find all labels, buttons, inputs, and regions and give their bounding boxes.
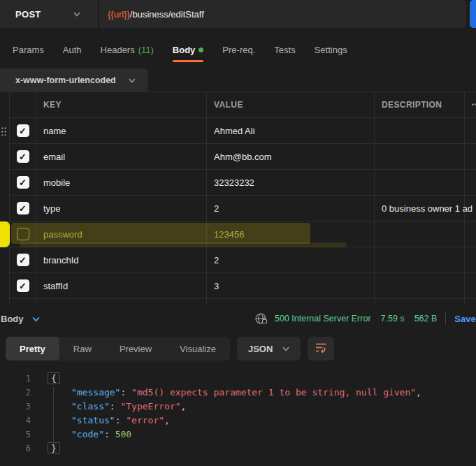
header-key: KEY — [36, 92, 207, 117]
code-line: 6} — [0, 442, 476, 456]
table-row[interactable]: email Ahm@bb.com — [10, 144, 476, 170]
row-value[interactable]: 2 — [207, 196, 375, 221]
response-status: 500 Internal Server Error — [275, 314, 371, 323]
row-key[interactable]: password — [36, 221, 207, 247]
body-encoding-dropdown[interactable]: x-www-form-urlencoded — [0, 68, 148, 92]
tab-headers[interactable]: Headers (11) — [101, 36, 154, 63]
row-description[interactable] — [375, 247, 465, 272]
row-value[interactable]: Ahm@bb.com — [207, 144, 375, 169]
chevron-down-icon — [32, 316, 39, 321]
drag-handle-icon[interactable] — [1, 126, 7, 136]
row-value[interactable]: 2 — [207, 247, 375, 272]
method-selector[interactable]: POST — [0, 0, 99, 28]
headers-count-badge: (11) — [138, 45, 154, 55]
row-description[interactable] — [375, 144, 465, 169]
tab-params[interactable]: Params — [13, 36, 44, 63]
row-key[interactable]: email — [36, 144, 207, 169]
row-key[interactable]: name — [36, 118, 207, 143]
fold-toggle[interactable]: } — [48, 442, 60, 454]
code-line: 2"message": "md5() expects parameter 1 t… — [0, 386, 476, 400]
row-key[interactable]: staffId — [36, 273, 207, 298]
tab-settings[interactable]: Settings — [315, 36, 347, 63]
url-path: /business/editStaff — [130, 9, 204, 20]
row-key[interactable]: type — [36, 196, 207, 221]
tab-prereq[interactable]: Pre-req. — [222, 36, 255, 63]
row-description[interactable] — [375, 221, 465, 247]
highlight-marker-blob — [0, 221, 10, 247]
url-input[interactable]: {{url}}/business/editStaff — [99, 9, 466, 20]
row-key[interactable]: branchId — [36, 247, 207, 272]
tab-label: Headers — [101, 45, 135, 55]
tab-pretty[interactable]: Pretty — [6, 337, 59, 361]
indent-guide — [53, 387, 54, 442]
tab-label: Auth — [63, 45, 82, 55]
save-response-button[interactable]: Save — [454, 314, 475, 324]
chevron-down-icon — [282, 347, 289, 351]
row-description[interactable] — [375, 170, 465, 195]
request-url-bar: POST {{url}}/business/editStaff — [0, 0, 466, 28]
tab-auth[interactable]: Auth — [63, 36, 82, 63]
table-row[interactable]: branchId 2 — [10, 247, 476, 273]
response-meta-bar: Body 500 Internal Server Error 7.59 s 56… — [0, 307, 476, 330]
tab-visualize[interactable]: Visualize — [166, 337, 230, 361]
chevron-down-icon — [73, 12, 80, 17]
code-line: 5"code": 500 — [0, 428, 476, 442]
body-content-dot-icon — [199, 48, 203, 52]
more-options-icon[interactable] — [472, 101, 476, 108]
encoding-label: x-www-form-urlencoded — [15, 75, 116, 85]
header-value: VALUE — [207, 92, 375, 117]
row-value[interactable]: 3 — [207, 273, 375, 298]
tab-label: Body — [173, 45, 196, 55]
response-view-tabs: Pretty Raw Preview Visualize JSON — [6, 337, 334, 361]
row-description[interactable]: 0 business owner 1 ad — [375, 196, 465, 221]
response-format-dropdown[interactable]: JSON — [237, 337, 301, 361]
response-time: 7.59 s — [381, 314, 405, 323]
tab-label: Settings — [315, 45, 347, 55]
tab-raw[interactable]: Raw — [59, 337, 106, 361]
network-globe-lock-icon[interactable] — [254, 312, 268, 326]
table-row[interactable]: password 123456 — [10, 221, 476, 247]
wrap-text-button[interactable] — [308, 337, 334, 361]
table-row[interactable]: type 2 0 business owner 1 ad — [10, 196, 476, 221]
divider — [445, 312, 446, 325]
wrap-text-icon — [315, 342, 327, 355]
tab-label: Pre-req. — [222, 45, 255, 55]
table-row[interactable]: staffId 3 — [10, 273, 476, 299]
method-label: POST — [15, 9, 41, 20]
tab-tests[interactable]: Tests — [274, 36, 295, 63]
row-description[interactable] — [375, 118, 465, 143]
row-value[interactable]: Ahmed Ali — [207, 118, 375, 143]
code-line: 1{ — [0, 372, 476, 386]
chevron-down-icon — [129, 78, 136, 83]
header-description: DESCRIPTION — [375, 92, 465, 117]
tab-label: Params — [13, 45, 44, 55]
fold-toggle[interactable]: { — [48, 372, 60, 384]
tab-label: Tests — [274, 45, 295, 55]
tab-body[interactable]: Body — [173, 36, 204, 63]
send-button-edge[interactable] — [470, 0, 476, 28]
row-checkbox[interactable] — [17, 176, 29, 189]
table-row-empty[interactable] — [10, 299, 476, 305]
row-checkbox[interactable] — [17, 202, 29, 214]
code-line: 4"status": "error", — [0, 414, 476, 428]
request-tabs: Params Auth Headers (11) Body Pre-req. T… — [0, 36, 476, 63]
code-line: 3"class": "TypeError", — [0, 400, 476, 414]
row-description[interactable] — [375, 273, 465, 298]
row-key[interactable]: mobile — [36, 170, 207, 195]
form-data-table: KEY VALUE DESCRIPTION name Ahmed Ali ema… — [9, 92, 476, 305]
row-value[interactable]: 123456 — [207, 221, 375, 247]
row-checkbox[interactable] — [17, 254, 29, 266]
row-checkbox[interactable] — [17, 228, 29, 240]
response-size: 562 B — [414, 314, 438, 323]
tab-preview[interactable]: Preview — [106, 337, 166, 361]
row-checkbox[interactable] — [17, 150, 29, 163]
row-checkbox[interactable] — [17, 279, 29, 292]
table-row[interactable]: name Ahmed Ali — [10, 118, 476, 144]
url-variable: {{url}} — [108, 9, 130, 20]
response-body-dropdown[interactable]: Body — [1, 307, 39, 330]
row-value[interactable]: 32323232 — [207, 170, 375, 195]
table-row[interactable]: mobile 32323232 — [10, 170, 476, 196]
table-header-row: KEY VALUE DESCRIPTION — [10, 92, 476, 118]
row-checkbox[interactable] — [17, 124, 29, 137]
response-body-pretty: 1{ 2"message": "md5() expects parameter … — [0, 366, 476, 466]
